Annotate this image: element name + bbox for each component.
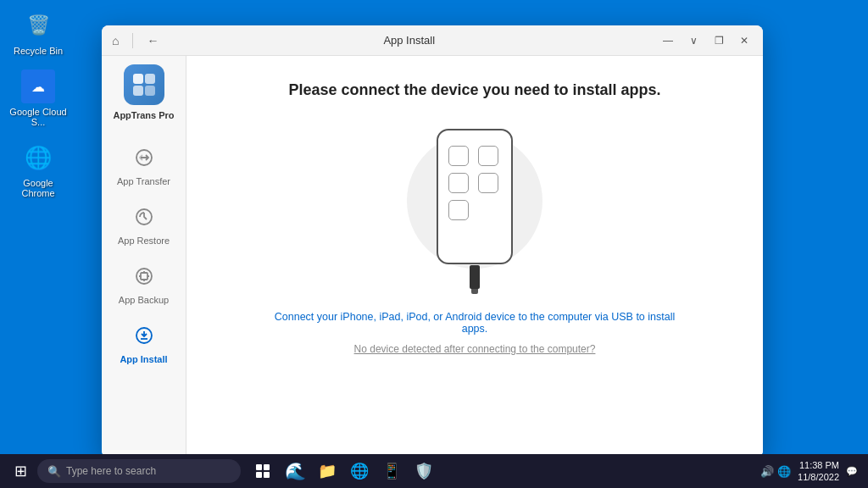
svg-rect-9 [256, 464, 262, 470]
home-button[interactable]: ⌂ [108, 30, 122, 51]
taskbar-clock[interactable]: 11:38 PM 11/8/2022 [798, 459, 839, 484]
network-icon[interactable]: 🌐 [777, 465, 791, 478]
sidebar-item-app-restore[interactable]: App Restore [102, 197, 186, 256]
logo-label: AppTrans Pro [113, 110, 174, 120]
svg-rect-12 [264, 472, 270, 478]
main-content: Please connect the device you need to in… [186, 56, 763, 458]
window-title: App Install [162, 34, 656, 47]
app-backup-label: App Backup [119, 295, 169, 305]
app-window: ⌂ ← App Install — ∨ ❐ ✕ [102, 25, 763, 458]
notification-icon[interactable]: 💬 [846, 466, 858, 477]
svg-rect-0 [133, 74, 143, 84]
sidebar: AppTrans Pro App Transfer [102, 56, 186, 458]
title-bar-nav: ⌂ ← [108, 30, 162, 51]
connect-instruction[interactable]: Connect your iPhone, iPad, iPod, or Andr… [263, 311, 687, 335]
phone-app-5 [448, 200, 469, 220]
date-display: 11/8/2022 [798, 471, 839, 483]
sidebar-item-app-backup[interactable]: App Backup [102, 256, 186, 315]
phone-app-3 [448, 173, 469, 193]
sidebar-item-app-install[interactable]: App Install [102, 315, 186, 374]
svg-point-6 [136, 269, 152, 284]
sidebar-logo: AppTrans Pro [113, 64, 174, 120]
chevron-button[interactable]: ∨ [682, 29, 705, 53]
taskbar-shield[interactable]: 🛡️ [409, 456, 439, 486]
app-restore-icon [134, 207, 154, 232]
desktop-icons: 🗑️ Recycle Bin ☁ Google Cloud S... 🌐 Goo… [8, 8, 68, 198]
window-controls: — ∨ ❐ ✕ [656, 29, 756, 53]
taskbar-files[interactable]: 📁 [312, 456, 342, 486]
time-display: 11:38 PM [798, 459, 839, 471]
search-icon: 🔍 [47, 465, 61, 478]
app-transfer-label: App Transfer [117, 176, 170, 186]
taskbar-search[interactable]: 🔍 Type here to search [37, 459, 241, 483]
recycle-bin-icon[interactable]: 🗑️ Recycle Bin [8, 8, 68, 56]
nav-divider [132, 33, 133, 48]
back-button[interactable]: ← [143, 30, 162, 51]
taskbar-android[interactable]: 📱 [376, 456, 407, 486]
no-device-link[interactable]: No device detected after connecting to t… [354, 343, 596, 355]
taskbar-system-icons: 🔊 🌐 [760, 465, 791, 478]
minimize-button[interactable]: — [656, 29, 680, 53]
app-backup-icon [134, 266, 154, 291]
app-transfer-icon [134, 147, 154, 173]
taskbar-right: 🔊 🌐 11:38 PM 11/8/2022 💬 [760, 459, 865, 484]
phone-apps-grid [438, 130, 511, 230]
google-chrome-icon[interactable]: 🌐 Google Chrome [8, 141, 68, 198]
app-install-icon [134, 325, 154, 351]
app-install-label: App Install [120, 354, 167, 364]
svg-rect-2 [133, 86, 143, 96]
start-button[interactable]: ⊞ [3, 454, 37, 488]
taskbar-edge[interactable]: 🌊 [280, 456, 310, 486]
usb-plug [470, 265, 480, 289]
device-illustration [398, 125, 551, 294]
phone-app-1 [448, 146, 469, 166]
taskbar-chrome[interactable]: 🌐 [344, 456, 375, 486]
svg-rect-3 [145, 86, 155, 96]
logo-icon [124, 64, 164, 105]
phone-outline [437, 129, 513, 264]
phone-app-4 [478, 173, 498, 193]
svg-rect-7 [141, 273, 147, 280]
google-cloud-icon[interactable]: ☁ Google Cloud S... [8, 69, 68, 127]
phone-app-2 [478, 146, 498, 166]
sidebar-item-app-transfer[interactable]: App Transfer [102, 137, 186, 197]
svg-rect-1 [145, 74, 155, 84]
restore-button[interactable]: ❐ [707, 29, 731, 53]
usb-connector [470, 265, 480, 294]
close-button[interactable]: ✕ [732, 29, 756, 53]
main-title: Please connect the device you need to in… [288, 81, 660, 99]
app-body: AppTrans Pro App Transfer [102, 56, 763, 458]
usb-tip [471, 289, 478, 294]
taskbar-task-view[interactable] [248, 456, 278, 486]
svg-rect-10 [264, 464, 270, 470]
taskbar-apps: 🌊 📁 🌐 📱 🛡️ [248, 456, 439, 486]
taskbar: ⊞ 🔍 Type here to search 🌊 📁 🌐 📱 🛡️ 🔊 🌐 1… [0, 454, 868, 488]
title-bar: ⌂ ← App Install — ∨ ❐ ✕ [102, 25, 763, 56]
svg-rect-11 [256, 472, 262, 478]
speaker-icon[interactable]: 🔊 [760, 465, 774, 478]
search-placeholder: Type here to search [66, 465, 156, 477]
app-restore-label: App Restore [118, 236, 170, 246]
